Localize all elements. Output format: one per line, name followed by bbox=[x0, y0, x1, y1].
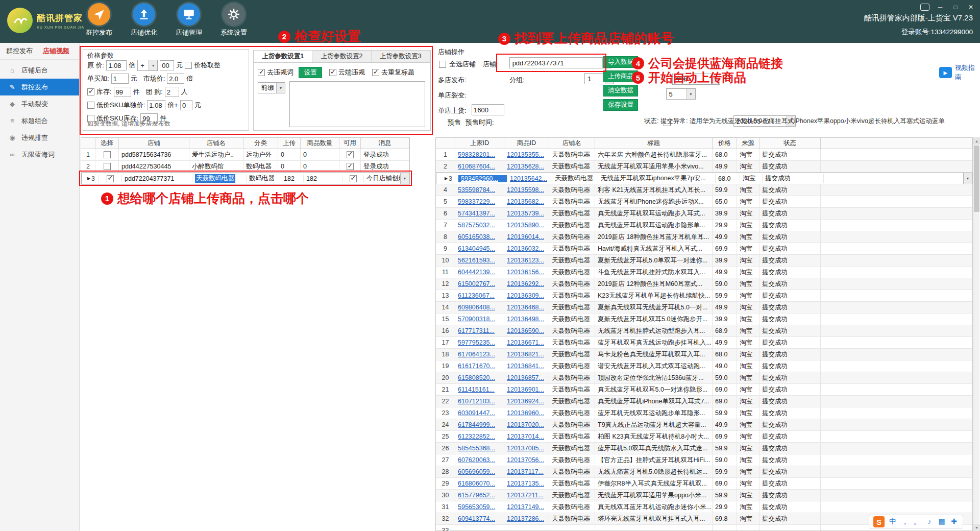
products-table-row[interactable]: 22610712103...120136924...天聂数码电器真无线蓝牙耳机i… bbox=[436, 396, 972, 407]
product-id-link[interactable]: 120136309... bbox=[507, 292, 544, 299]
ime-toolbox-icon[interactable]: ✚ bbox=[949, 517, 959, 526]
seller-id-link[interactable]: 598328201... bbox=[458, 151, 495, 158]
seller-id-link[interactable]: 585455368... bbox=[458, 445, 495, 452]
products-table-row[interactable]: 13611236067...120136309...天聂数码电器K23无线蓝牙耳… bbox=[436, 290, 972, 302]
params-tab-3[interactable]: 上货参数设置3 bbox=[372, 51, 430, 62]
products-table-row[interactable]: 26585455368...120137085...天聂数码电器蓝牙耳机5.0双… bbox=[436, 443, 972, 454]
seller-id-link[interactable]: 605696059... bbox=[458, 468, 495, 475]
ime-mic-icon[interactable]: ♪ bbox=[925, 517, 934, 526]
product-id-link[interactable]: 120137135... bbox=[507, 480, 544, 487]
seller-id-link[interactable]: 617717311... bbox=[458, 327, 495, 334]
product-id-link[interactable]: 120135682... bbox=[507, 198, 544, 205]
products-table-row[interactable]: 21611415161...120136901...天聂数码电器真无线蓝牙耳机双… bbox=[436, 384, 972, 396]
sidebar-item-3[interactable]: ◆手动裂变 bbox=[0, 95, 79, 112]
seller-id-link[interactable]: 603091447... bbox=[458, 409, 495, 417]
remove-banned-checkbox[interactable] bbox=[258, 69, 265, 76]
low-sku-price-input[interactable] bbox=[147, 100, 165, 110]
seller-id-link[interactable]: 611415161... bbox=[458, 386, 495, 393]
seller-id-link[interactable]: 617064123... bbox=[458, 351, 495, 358]
sidebar-item-5[interactable]: ◉违规排查 bbox=[0, 129, 79, 146]
row-select-checkbox[interactable] bbox=[107, 175, 114, 182]
toolbar-item-dianpu-youhua[interactable]: 店铺优化 bbox=[126, 3, 162, 37]
stock-checkbox[interactable] bbox=[87, 88, 94, 95]
stock-input[interactable] bbox=[114, 87, 131, 97]
store-select[interactable]: pdd72204377371 bbox=[509, 57, 611, 68]
product-id-link[interactable]: 120136857... bbox=[507, 374, 544, 381]
sidebar-tab-1[interactable]: 群控发布 bbox=[6, 46, 33, 56]
product-id-link[interactable]: 120136014... bbox=[507, 233, 544, 240]
price-round-checkbox[interactable] bbox=[185, 62, 192, 69]
product-id-link[interactable]: 120137286... bbox=[507, 515, 544, 522]
price-op-select[interactable]: + bbox=[137, 60, 158, 71]
group-buy-input[interactable] bbox=[165, 87, 179, 97]
product-id-link[interactable]: 120136032... bbox=[507, 245, 544, 252]
seller-id-link[interactable]: 587575032... bbox=[458, 222, 495, 229]
per-store-load-input[interactable] bbox=[472, 104, 504, 115]
seller-id-link[interactable]: 610712103... bbox=[458, 398, 495, 405]
seller-id-link[interactable]: 615779652... bbox=[458, 492, 495, 499]
sidebar-item-4[interactable]: ≡标题组合 bbox=[0, 112, 79, 129]
seller-id-link[interactable]: 535598784... bbox=[458, 186, 495, 194]
seller-id-link[interactable]: 616806070... bbox=[458, 480, 495, 487]
product-id-link[interactable]: 120137085... bbox=[507, 445, 544, 452]
product-id-link[interactable]: 120136468... bbox=[507, 304, 544, 311]
products-table-row[interactable]: 27607620063...120137056...天聂数码电器【官方正品】挂脖… bbox=[436, 454, 972, 466]
products-table-row[interactable]: 5598337229...120135682...天聂数码电器无线蓝牙耳机iPh… bbox=[436, 196, 972, 208]
products-table-row[interactable]: 16617717311...120136590...天聂数码电器无线蓝牙耳机挂脖… bbox=[436, 325, 972, 337]
seller-id-link[interactable]: 597795235... bbox=[458, 339, 495, 346]
ime-halfwidth-icon[interactable]: ， bbox=[900, 517, 910, 526]
products-table-row[interactable]: 8605165038...120136014...天聂数码电器2019新店 18… bbox=[436, 231, 972, 243]
product-id-link[interactable]: 120137117... bbox=[507, 468, 544, 475]
products-table-row[interactable]: 12615002767...120136292...天聂数码电器2019新店 1… bbox=[436, 278, 972, 290]
seller-id-link[interactable]: 611236067... bbox=[458, 292, 495, 299]
seller-id-link[interactable]: 604442139... bbox=[458, 269, 495, 276]
original-price-input[interactable] bbox=[106, 60, 127, 70]
scrollbar-thumb[interactable] bbox=[974, 146, 979, 212]
product-id-link[interactable]: 120137020... bbox=[507, 421, 544, 428]
products-table-row[interactable]: 23603091447...120136960...天聂数码电器蓝牙耳机无线双耳… bbox=[436, 407, 972, 419]
products-table-row[interactable]: 15570900318...120136498...天聂数码电器夏新无线蓝牙耳机… bbox=[436, 313, 972, 325]
sidebar-item-6[interactable]: ∞无限蓝海词 bbox=[0, 146, 79, 163]
product-id-link[interactable]: 120135890... bbox=[507, 222, 544, 229]
price-add-input[interactable] bbox=[160, 60, 174, 70]
maximize-button[interactable]: □ bbox=[950, 3, 961, 12]
usable-checkbox[interactable] bbox=[347, 163, 354, 170]
store-table-row[interactable]: 1pdd58715634736爱生活运动户..运动户外00登录成功 bbox=[81, 149, 409, 161]
product-id-link[interactable]: 120137211... bbox=[507, 492, 544, 499]
market-price-input[interactable] bbox=[167, 74, 184, 84]
seller-id-link[interactable]: 617844999... bbox=[458, 421, 495, 428]
cloud-banned-checkbox[interactable] bbox=[329, 69, 336, 76]
theme-icon[interactable] bbox=[920, 3, 930, 12]
single-add-input[interactable] bbox=[111, 74, 129, 84]
products-table-row[interactable]: 17597795235...120136671...天聂数码电器蓝牙耳机双耳真无… bbox=[436, 337, 972, 349]
prefix-select[interactable]: 前缀 bbox=[258, 82, 285, 93]
seller-id-link[interactable]: 595653059... bbox=[458, 503, 495, 511]
products-table-row[interactable]: 18617064123...120136821...天聂数码电器马卡龙粉色真无线… bbox=[436, 349, 972, 360]
low-sku-add-input[interactable] bbox=[180, 100, 192, 110]
usable-checkbox[interactable] bbox=[347, 151, 354, 158]
seller-id-link[interactable]: 609806408... bbox=[458, 304, 495, 311]
products-table-row[interactable]: 10562161593...120136123...天聂数码电器夏新无线蓝牙耳机… bbox=[436, 255, 972, 267]
seller-id-link[interactable]: 607620063... bbox=[458, 456, 495, 464]
ime-punct-icon[interactable]: 。 bbox=[913, 517, 922, 526]
product-id-link[interactable]: 120137149... bbox=[507, 503, 544, 511]
products-table-row[interactable]: 9613404945...120136032...天聂数码电器Havit/海威特… bbox=[436, 243, 972, 255]
product-id-link[interactable]: 120136123... bbox=[507, 257, 544, 264]
product-id-link[interactable]: 120137014... bbox=[507, 433, 544, 440]
ime-lang-icon[interactable]: 中 bbox=[888, 517, 897, 526]
store-table-row[interactable]: 2pdd44227530445小醉数码馆数码电器00登录成功 bbox=[81, 161, 409, 173]
products-table-row[interactable]: 4535598784...120135598...天聂数码电器利客 K21无线蓝… bbox=[436, 184, 972, 196]
products-table-row[interactable]: 20615808520...120136857...天聂数码电器顶园改名定位华强… bbox=[436, 372, 972, 384]
product-id-link[interactable]: 120136498... bbox=[507, 316, 544, 323]
store-table-row[interactable]: 3pdd72204377371天聂数码电器数码电器182182今日店铺创建... bbox=[81, 173, 409, 184]
toolbar-item-qunkong-fabu[interactable]: 群控发布 bbox=[81, 3, 117, 37]
product-id-link[interactable]: 120136924... bbox=[507, 398, 544, 405]
prefix-textarea[interactable] bbox=[289, 81, 425, 127]
products-table-row[interactable]: 31595653059...120137149...天聂数码电器真无线双耳蓝牙耳… bbox=[436, 501, 972, 513]
scroll-up-icon[interactable]: ▲ bbox=[973, 137, 980, 144]
params-tab-1[interactable]: 上货参数设置1 bbox=[254, 51, 312, 62]
minimize-button[interactable]: ─ bbox=[935, 3, 945, 12]
products-table-row[interactable]: 6574341397...120135739...天聂数码电器真无线蓝牙耳机双耳… bbox=[436, 208, 972, 220]
ops-button-3[interactable]: 清空数据 bbox=[603, 85, 638, 96]
seller-id-link[interactable]: 593452960... bbox=[461, 175, 498, 182]
